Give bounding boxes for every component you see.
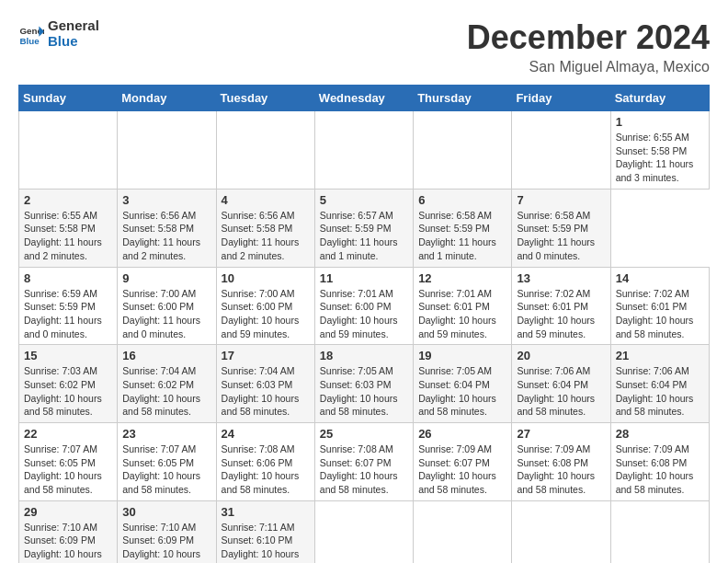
day-info: Sunrise: 7:05 AMSunset: 6:04 PMDaylight:…	[418, 365, 496, 417]
day-number: 24	[222, 427, 310, 441]
day-number: 10	[222, 271, 310, 285]
calendar-cell: 13 Sunrise: 7:02 AMSunset: 6:01 PMDaylig…	[512, 267, 610, 345]
calendar-cell: 16 Sunrise: 7:04 AMSunset: 6:02 PMDaylig…	[118, 345, 216, 423]
day-info: Sunrise: 6:55 AMSunset: 5:58 PMDaylight:…	[616, 132, 694, 183]
calendar-week-row: 1 Sunrise: 6:55 AMSunset: 5:58 PMDayligh…	[19, 111, 710, 190]
location-title: San Miguel Almaya, Mexico	[467, 59, 710, 75]
calendar-cell: 24 Sunrise: 7:08 AMSunset: 6:06 PMDaylig…	[216, 423, 314, 501]
day-number: 20	[517, 349, 605, 362]
day-number: 4	[222, 193, 310, 207]
weekday-header-sunday: Sunday	[19, 86, 118, 111]
day-number: 2	[24, 193, 112, 207]
calendar-cell: 5 Sunrise: 6:57 AMSunset: 5:59 PMDayligh…	[314, 189, 413, 267]
calendar-table: SundayMondayTuesdayWednesdayThursdayFrid…	[18, 85, 710, 563]
calendar-cell	[19, 111, 118, 190]
calendar-cell	[512, 500, 610, 563]
weekday-header-friday: Friday	[512, 86, 610, 111]
day-number: 8	[24, 271, 112, 285]
logo: General Blue General Blue	[18, 18, 99, 49]
calendar-cell: 1 Sunrise: 6:55 AMSunset: 5:58 PMDayligh…	[610, 111, 709, 190]
calendar-cell	[610, 500, 709, 563]
day-number: 12	[418, 271, 506, 285]
day-info: Sunrise: 6:58 AMSunset: 5:59 PMDaylight:…	[418, 210, 496, 261]
day-number: 5	[320, 193, 408, 207]
day-number: 28	[616, 427, 704, 441]
day-info: Sunrise: 7:09 AMSunset: 6:08 PMDaylight:…	[517, 443, 595, 495]
calendar-cell: 10 Sunrise: 7:00 AMSunset: 6:00 PMDaylig…	[216, 267, 314, 345]
day-info: Sunrise: 7:03 AMSunset: 6:02 PMDaylight:…	[24, 365, 102, 417]
day-number: 29	[24, 505, 112, 519]
weekday-header-row: SundayMondayTuesdayWednesdayThursdayFrid…	[19, 86, 710, 111]
day-info: Sunrise: 6:56 AMSunset: 5:58 PMDaylight:…	[122, 210, 200, 261]
day-number: 6	[418, 193, 506, 207]
day-info: Sunrise: 6:59 AMSunset: 5:59 PMDaylight:…	[24, 288, 102, 339]
day-info: Sunrise: 7:06 AMSunset: 6:04 PMDaylight:…	[616, 365, 694, 417]
calendar-cell	[512, 111, 610, 190]
calendar-cell: 11 Sunrise: 7:01 AMSunset: 6:00 PMDaylig…	[314, 267, 413, 345]
day-number: 27	[517, 427, 605, 441]
calendar-cell: 31 Sunrise: 7:11 AMSunset: 6:10 PMDaylig…	[216, 500, 314, 563]
day-info: Sunrise: 7:02 AMSunset: 6:01 PMDaylight:…	[616, 288, 694, 339]
day-info: Sunrise: 6:58 AMSunset: 5:59 PMDaylight:…	[517, 210, 595, 261]
title-section: December 2024 San Miguel Almaya, Mexico	[467, 18, 710, 75]
day-info: Sunrise: 7:11 AMSunset: 6:10 PMDaylight:…	[222, 522, 300, 563]
calendar-week-row: 2 Sunrise: 6:55 AMSunset: 5:58 PMDayligh…	[19, 189, 710, 267]
day-info: Sunrise: 7:07 AMSunset: 6:05 PMDaylight:…	[122, 443, 200, 495]
day-info: Sunrise: 6:56 AMSunset: 5:58 PMDaylight:…	[222, 210, 300, 261]
day-info: Sunrise: 7:09 AMSunset: 6:08 PMDaylight:…	[616, 443, 694, 495]
day-info: Sunrise: 7:08 AMSunset: 6:07 PMDaylight:…	[320, 443, 398, 495]
calendar-cell: 20 Sunrise: 7:06 AMSunset: 6:04 PMDaylig…	[512, 345, 610, 423]
day-number: 19	[418, 349, 506, 362]
calendar-cell: 15 Sunrise: 7:03 AMSunset: 6:02 PMDaylig…	[19, 345, 118, 423]
calendar-cell: 7 Sunrise: 6:58 AMSunset: 5:59 PMDayligh…	[512, 189, 610, 267]
day-number: 18	[320, 349, 408, 362]
day-info: Sunrise: 7:02 AMSunset: 6:01 PMDaylight:…	[517, 288, 595, 339]
calendar-cell: 29 Sunrise: 7:10 AMSunset: 6:09 PMDaylig…	[19, 500, 118, 563]
calendar-cell: 28 Sunrise: 7:09 AMSunset: 6:08 PMDaylig…	[610, 423, 709, 501]
calendar-cell: 3 Sunrise: 6:56 AMSunset: 5:58 PMDayligh…	[118, 189, 216, 267]
calendar-cell: 25 Sunrise: 7:08 AMSunset: 6:07 PMDaylig…	[314, 423, 413, 501]
day-number: 22	[24, 427, 112, 441]
day-info: Sunrise: 7:05 AMSunset: 6:03 PMDaylight:…	[320, 365, 398, 417]
calendar-cell: 2 Sunrise: 6:55 AMSunset: 5:58 PMDayligh…	[19, 189, 118, 267]
weekday-header-monday: Monday	[118, 86, 216, 111]
day-info: Sunrise: 7:10 AMSunset: 6:09 PMDaylight:…	[24, 522, 102, 563]
day-info: Sunrise: 7:10 AMSunset: 6:09 PMDaylight:…	[122, 522, 200, 563]
day-number: 13	[517, 271, 605, 285]
day-number: 17	[222, 349, 310, 362]
calendar-cell	[314, 111, 413, 190]
day-number: 15	[24, 349, 112, 362]
calendar-cell: 23 Sunrise: 7:07 AMSunset: 6:05 PMDaylig…	[118, 423, 216, 501]
day-number: 14	[616, 271, 704, 285]
day-number: 25	[320, 427, 408, 441]
calendar-cell: 21 Sunrise: 7:06 AMSunset: 6:04 PMDaylig…	[610, 345, 709, 423]
calendar-cell: 18 Sunrise: 7:05 AMSunset: 6:03 PMDaylig…	[314, 345, 413, 423]
day-number: 11	[320, 271, 408, 285]
calendar-week-row: 29 Sunrise: 7:10 AMSunset: 6:09 PMDaylig…	[19, 500, 710, 563]
logo-blue: Blue	[48, 34, 99, 50]
calendar-cell: 14 Sunrise: 7:02 AMSunset: 6:01 PMDaylig…	[610, 267, 709, 345]
logo-icon: General Blue	[18, 21, 44, 47]
calendar-cell: 9 Sunrise: 7:00 AMSunset: 6:00 PMDayligh…	[118, 267, 216, 345]
day-number: 7	[517, 193, 605, 207]
day-info: Sunrise: 7:04 AMSunset: 6:03 PMDaylight:…	[222, 365, 300, 417]
day-number: 16	[122, 349, 210, 362]
day-number: 31	[222, 505, 310, 519]
calendar-cell: 17 Sunrise: 7:04 AMSunset: 6:03 PMDaylig…	[216, 345, 314, 423]
calendar-cell	[414, 500, 512, 563]
day-number: 26	[418, 427, 506, 441]
calendar-cell: 30 Sunrise: 7:10 AMSunset: 6:09 PMDaylig…	[118, 500, 216, 563]
day-number: 1	[616, 115, 704, 129]
day-number: 30	[122, 505, 210, 519]
day-info: Sunrise: 7:06 AMSunset: 6:04 PMDaylight:…	[517, 365, 595, 417]
svg-text:Blue: Blue	[19, 35, 40, 45]
calendar-cell: 8 Sunrise: 6:59 AMSunset: 5:59 PMDayligh…	[19, 267, 118, 345]
day-info: Sunrise: 7:09 AMSunset: 6:07 PMDaylight:…	[418, 443, 496, 495]
weekday-header-saturday: Saturday	[610, 86, 709, 111]
day-number: 23	[122, 427, 210, 441]
day-info: Sunrise: 7:01 AMSunset: 6:00 PMDaylight:…	[320, 288, 398, 339]
logo-general: General	[48, 18, 99, 34]
calendar-cell: 4 Sunrise: 6:56 AMSunset: 5:58 PMDayligh…	[216, 189, 314, 267]
calendar-cell	[118, 111, 216, 190]
calendar-cell: 27 Sunrise: 7:09 AMSunset: 6:08 PMDaylig…	[512, 423, 610, 501]
